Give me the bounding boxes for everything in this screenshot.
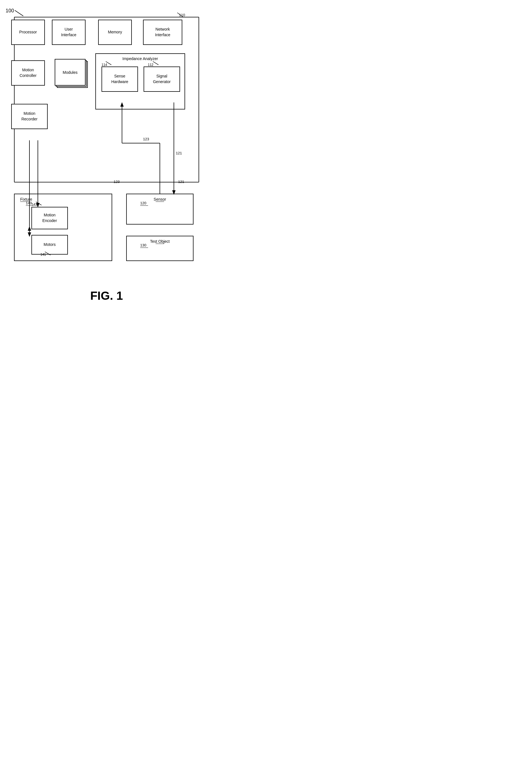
svg-line-9 [106,61,111,65]
sensor-box: Sensor [126,194,193,225]
motors-label: Motors [44,242,56,248]
ref-143-arrow [36,201,43,206]
sense-hardware-box: SenseHardware [101,66,138,92]
ref-141-arrow [45,251,52,257]
processor-label: Processor [19,30,37,35]
svg-line-10 [153,61,159,65]
impedance-analyzer-box: Impedance Analyzer 114 SenseHardware 112… [95,53,185,110]
motion-recorder-label: MotionRecorder [21,111,37,122]
sensor-label-text: Sensor [154,197,166,201]
main-arrow-indicator [14,9,25,17]
network-interface-label: NetworkInterface [155,27,170,38]
ref-121-connector: 121 [178,180,184,184]
test-object-ref-underline [140,248,148,248]
sense-hardware-label: SenseHardware [111,74,128,85]
signal-generator-box: SignalGenerator [144,66,180,92]
ref-100-label: 100 [6,8,14,14]
ref-130: 130 [140,243,146,247]
figure-label: FIG. 1 [90,289,123,303]
motion-recorder-box: MotionRecorder [11,104,48,129]
motion-controller-box: MotionController [11,60,45,86]
ref-114-arrow [106,61,113,66]
modules-label: Modules [63,70,78,75]
signal-generator-label: SignalGenerator [153,74,170,85]
ref-123-connector: 123 [113,180,120,184]
ref-110-arrow [177,11,186,18]
memory-label: Memory [108,30,122,35]
user-interface-box: UserInterface [52,20,86,45]
ref-112-arrow [153,61,160,66]
processor-box: Processor [11,20,45,45]
svg-line-13 [45,252,50,255]
ref-140: 140 [26,201,32,205]
svg-line-1 [177,13,183,17]
ref-120: 120 [140,201,146,205]
svg-line-0 [15,10,23,16]
test-object-underline [156,244,164,244]
fixture-ref-underline [26,205,33,206]
motion-controller-label: MotionController [20,67,37,78]
network-interface-box: NetworkInterface [143,20,182,45]
modules-page-front: Modules [55,59,86,86]
sensor-underline [156,201,164,202]
sensor-ref-underline [140,205,148,206]
test-object-label: Test Object [150,239,170,244]
motion-encoder-label: MotionEncoder [42,212,57,223]
test-object-box: Test Object [126,236,193,261]
svg-line-12 [36,202,41,205]
memory-box: Memory [98,20,132,45]
user-interface-label: UserInterface [61,27,76,38]
motion-encoder-box: MotionEncoder [32,207,68,229]
